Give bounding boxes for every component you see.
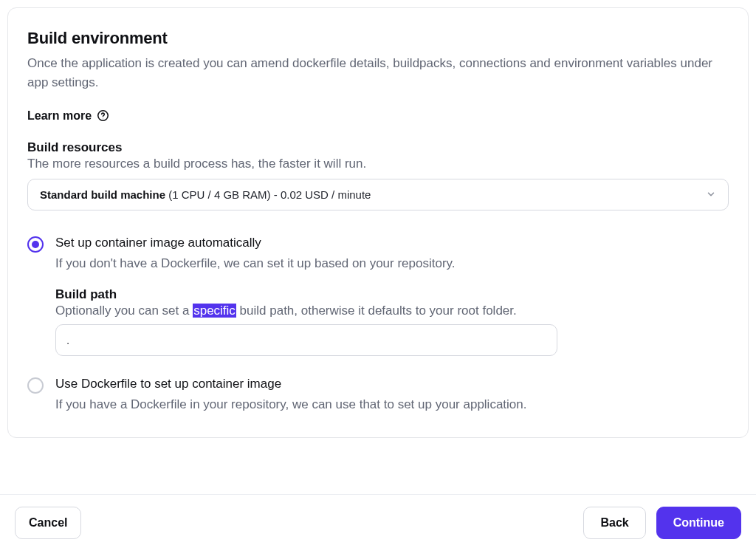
- footer-bar: Cancel Back Continue: [0, 494, 756, 548]
- learn-more-link[interactable]: Learn more: [27, 109, 109, 123]
- radio-dockerfile[interactable]: [27, 377, 44, 394]
- option-dockerfile-title: Use Dockerfile to set up container image: [55, 377, 729, 391]
- radio-selected-dot: [32, 241, 39, 248]
- back-button[interactable]: Back: [583, 507, 645, 539]
- svg-point-1: [103, 118, 103, 119]
- build-path-input[interactable]: [55, 324, 557, 356]
- chevron-down-icon: [706, 189, 716, 199]
- build-resources-heading: Build resources: [27, 140, 729, 155]
- cancel-button[interactable]: Cancel: [15, 507, 81, 539]
- container-setup-options: Set up container image automatically If …: [27, 236, 729, 412]
- option-auto-description: If you don't have a Dockerfile, we can s…: [55, 256, 729, 271]
- option-dockerfile: Use Dockerfile to set up container image…: [27, 377, 729, 412]
- help-icon: [96, 109, 109, 123]
- section-description: Once the application is created you can …: [27, 54, 729, 93]
- option-auto-title: Set up container image automatically: [55, 236, 729, 250]
- continue-button[interactable]: Continue: [656, 507, 741, 539]
- build-machine-select[interactable]: Standard build machine (1 CPU / 4 GB RAM…: [27, 179, 729, 210]
- build-path-block: Build path Optionally you can set a spec…: [55, 287, 729, 356]
- option-dockerfile-description: If you have a Dockerfile in your reposit…: [55, 397, 729, 412]
- build-path-heading: Build path: [55, 287, 729, 302]
- section-title: Build environment: [27, 29, 729, 48]
- option-auto: Set up container image automatically If …: [27, 236, 729, 356]
- radio-auto[interactable]: [27, 236, 44, 253]
- learn-more-label: Learn more: [27, 109, 92, 123]
- build-path-description: Optionally you can set a specific build …: [55, 304, 729, 318]
- build-machine-selected-value: Standard build machine (1 CPU / 4 GB RAM…: [40, 188, 371, 201]
- build-resources-description: The more resources a build process has, …: [27, 157, 729, 171]
- build-resources-block: Build resources The more resources a bui…: [27, 140, 729, 210]
- build-environment-card: Build environment Once the application i…: [7, 7, 749, 438]
- highlighted-word: specific: [193, 304, 236, 318]
